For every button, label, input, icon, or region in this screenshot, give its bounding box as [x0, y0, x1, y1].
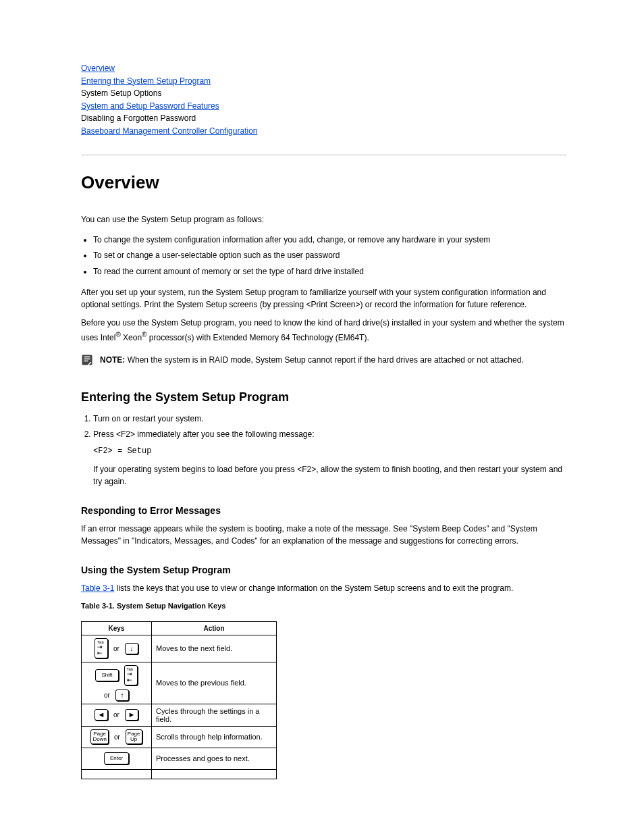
reg-mark: ®: [115, 331, 120, 338]
using-paragraph: Table 3-1 lists the keys that you use to…: [81, 582, 567, 595]
toc-link-bmc[interactable]: Baseboard Management Controller Configur…: [81, 126, 258, 136]
key-right-arrow: ►: [125, 709, 138, 721]
table-row: PageDown or PageUp Scrolls through help …: [82, 726, 277, 748]
step-after: If your operating system begins to load …: [93, 463, 567, 488]
or-text: or: [113, 711, 119, 719]
entering-steps: Turn on or restart your system. Press <F…: [81, 413, 567, 488]
table-caption: Table 3-1. System Setup Navigation Keys: [81, 600, 567, 612]
action-cell: Processes and goes to next.: [152, 748, 277, 769]
or-text: or: [113, 645, 119, 652]
key-page-down: PageDown: [90, 729, 108, 744]
key-shift: Shift: [95, 669, 118, 681]
table-row: Tab ⇥⇤ or ↓ Moves to the next field.: [82, 635, 277, 662]
key-down-arrow: ↓: [125, 643, 138, 654]
note-label: NOTE:: [100, 355, 125, 365]
toc-link-entering[interactable]: Entering the System Setup Program: [81, 76, 211, 86]
key-tab: Tab ⇥⇤: [124, 665, 138, 685]
key-page-up: PageUp: [126, 729, 142, 744]
intro-paragraph: You can use the System Setup program as …: [81, 213, 567, 226]
divider: [81, 155, 567, 155]
section-title-overview: Overview: [81, 172, 567, 193]
nav-keys-table: Keys Action Tab ⇥⇤ or ↓ Moves to th: [81, 621, 277, 779]
col-header-action: Action: [152, 621, 277, 635]
action-cell: Moves to the previous field.: [152, 662, 277, 704]
note-icon: [81, 354, 93, 370]
key-up-arrow: ↑: [115, 689, 129, 701]
heading-using: Using the System Setup Program: [81, 565, 567, 575]
page: Overview Entering the System Setup Progr…: [0, 0, 644, 820]
table-row: ◄ or ► Cycles through the settings in a …: [82, 704, 277, 726]
heading-error: Responding to Error Messages: [81, 505, 567, 516]
table-link[interactable]: Table 3-1: [81, 583, 114, 593]
action-cell: Cycles through the settings in a field.: [152, 704, 277, 726]
toc-text-options: System Setup Options: [81, 88, 161, 98]
step-item: Turn on or restart your system.: [93, 413, 567, 425]
or-text: or: [104, 692, 110, 699]
key-left-arrow: ◄: [95, 709, 108, 721]
feature-item: To change the system configuration infor…: [93, 234, 567, 246]
heading-entering: Entering the System Setup Program: [81, 390, 567, 405]
note-block: NOTE: When the system is in RAID mode, S…: [81, 354, 567, 370]
code-line: <F2> = Setup: [93, 445, 567, 458]
note-text: When the system is in RAID mode, System …: [128, 355, 524, 365]
action-cell: Scrolls through help information.: [152, 726, 277, 748]
feature-item: To read the current amount of memory or …: [93, 265, 567, 278]
key-tab: Tab ⇥⇤: [95, 638, 108, 658]
table-row: Shift Tab ⇥⇤ or ↑ Moves to the previous …: [82, 662, 277, 704]
toc: Overview Entering the System Setup Progr…: [81, 62, 567, 138]
key-enter: Enter: [104, 752, 129, 764]
or-text: or: [114, 733, 120, 741]
col-header-keys: Keys: [82, 621, 152, 635]
toc-text-disable-pw: Disabling a Forgotten Password: [81, 113, 196, 123]
feature-list: To change the system configuration infor…: [81, 234, 567, 278]
step-item: Press <F2> immediately after you see the…: [93, 428, 567, 488]
post-list-paragraph-1: After you set up your system, run the Sy…: [81, 286, 567, 311]
post-list-paragraph-2: Before you use the System Setup program,…: [81, 317, 567, 344]
error-paragraph: If an error message appears while the sy…: [81, 523, 567, 548]
feature-item: To set or change a user-selectable optio…: [93, 249, 567, 262]
action-cell: [152, 769, 277, 779]
table-row: [82, 769, 277, 779]
toc-link-password[interactable]: System and Setup Password Features: [81, 101, 219, 111]
table-row: Enter Processes and goes to next.: [82, 748, 277, 769]
action-cell: Moves to the next field.: [152, 635, 277, 662]
toc-link-overview[interactable]: Overview: [81, 63, 115, 73]
